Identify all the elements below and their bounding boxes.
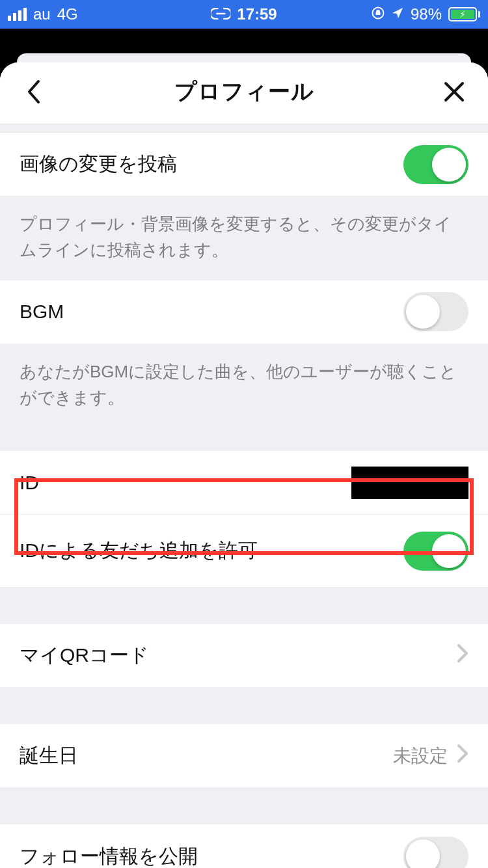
row-label: 画像の変更を投稿 <box>20 151 177 178</box>
row-label: マイQRコード <box>20 642 149 669</box>
row-my-qr-code[interactable]: マイQRコード <box>0 624 488 688</box>
toggle-bgm[interactable] <box>403 292 468 331</box>
id-value-redacted <box>351 467 468 499</box>
status-time: 17:59 <box>237 5 277 23</box>
chevron-left-icon <box>25 79 42 105</box>
toggle-post-image-change[interactable] <box>403 145 468 184</box>
row-label: 誕生日 <box>20 742 78 769</box>
row-birthday[interactable]: 誕生日 未設定 <box>0 724 488 788</box>
status-bar: au 4G 17:59 98% ⚡︎ <box>0 0 488 29</box>
row-bgm[interactable]: BGM <box>0 280 488 344</box>
close-button[interactable] <box>440 77 468 106</box>
orientation-lock-icon <box>372 5 385 23</box>
row-post-image-change[interactable]: 画像の変更を投稿 <box>0 133 488 197</box>
row-label: ID <box>20 472 39 494</box>
signal-icon <box>8 8 27 21</box>
row-label: IDによる友だち追加を許可 <box>20 537 258 564</box>
page-title: プロフィール <box>174 77 314 107</box>
row-label: フォロー情報を公開 <box>20 843 198 868</box>
desc-post-image-change: プロフィール・背景画像を変更すると、その変更がタイムラインに投稿されます。 <box>0 197 488 280</box>
nav-header: プロフィール <box>0 62 488 124</box>
row-label: BGM <box>20 301 64 323</box>
row-allow-add-by-id[interactable]: IDによる友だち追加を許可 <box>0 515 488 588</box>
row-id[interactable]: ID <box>0 451 488 515</box>
close-icon <box>443 81 465 103</box>
carrier-label: au <box>33 5 51 23</box>
chevron-right-icon <box>457 744 468 768</box>
profile-settings-sheet: プロフィール 画像の変更を投稿 プロフィール・背景画像を変更すると、その変更がタ… <box>0 62 488 868</box>
back-button[interactable] <box>20 77 48 106</box>
desc-bgm: あなたがBGMに設定した曲を、他のユーザーが聴くことができます。 <box>0 344 488 428</box>
background-layer <box>0 29 488 53</box>
chevron-right-icon <box>457 644 468 668</box>
birthday-value: 未設定 <box>393 744 448 768</box>
battery-percent: 98% <box>411 5 442 23</box>
toggle-publish-follow[interactable] <box>403 837 468 868</box>
location-arrow-icon <box>391 5 404 23</box>
battery-icon: ⚡︎ <box>448 7 480 21</box>
row-publish-follow-info[interactable]: フォロー情報を公開 <box>0 824 488 868</box>
network-label: 4G <box>57 5 78 23</box>
hotspot-link-icon <box>211 5 230 23</box>
toggle-allow-add-by-id[interactable] <box>403 532 468 571</box>
